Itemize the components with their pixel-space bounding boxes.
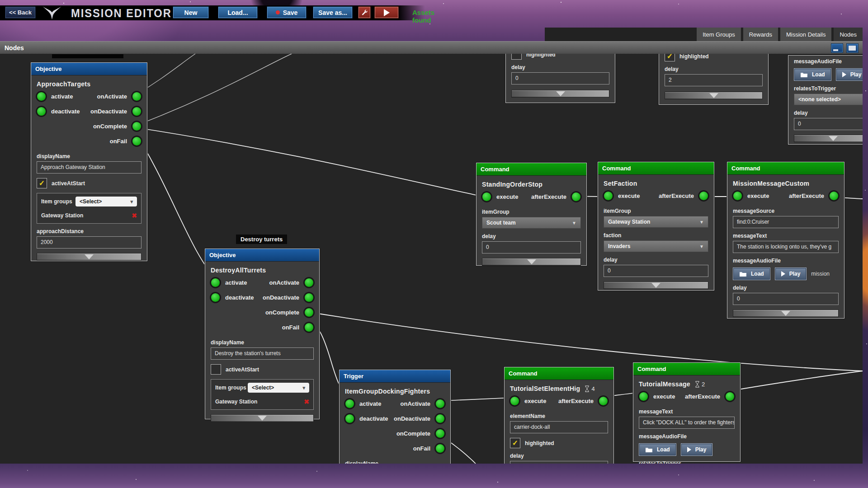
port-execute[interactable] (603, 190, 614, 202)
play-audio-button[interactable]: Play (681, 443, 713, 456)
relates-to-trigger-select[interactable]: <none selected> ▼ (794, 94, 863, 105)
port-on-fail[interactable] (434, 443, 446, 454)
delay-field[interactable]: 4 (510, 461, 608, 464)
tab-nodes[interactable]: Nodes (834, 28, 863, 41)
item-groups-select[interactable]: <Select> ▾ (248, 383, 309, 393)
port-on-complete[interactable] (131, 121, 142, 132)
node-command-set-faction[interactable]: Command SetFaction execute afterExecute … (598, 162, 714, 291)
port-on-deactivate[interactable] (303, 292, 315, 303)
item-group-select[interactable]: Scout team ▼ (482, 217, 581, 229)
save-button[interactable]: Save (267, 6, 307, 19)
collapse-bar[interactable] (37, 253, 142, 261)
save-as-button[interactable]: Save as... (313, 6, 353, 19)
maximize-button[interactable] (846, 43, 859, 53)
tab-rewards[interactable]: Rewards (743, 28, 778, 41)
port-on-activate[interactable] (303, 277, 315, 288)
port-after-execute[interactable] (598, 395, 609, 407)
port-activate[interactable] (210, 277, 221, 288)
active-at-start-checkbox[interactable] (211, 364, 221, 375)
play-audio-button[interactable]: Play (836, 68, 863, 81)
port-on-deactivate[interactable] (131, 106, 142, 117)
node-header[interactable]: Trigger (340, 370, 450, 383)
back-button[interactable]: << Back (5, 6, 36, 19)
collapse-bar[interactable] (733, 310, 839, 317)
port-execute[interactable] (732, 190, 743, 202)
port-after-execute[interactable] (571, 191, 582, 202)
active-at-start-checkbox[interactable]: ✓ (37, 178, 47, 188)
collapse-bar[interactable] (511, 90, 609, 98)
load-button[interactable]: Load... (218, 6, 258, 19)
tab-item-groups[interactable]: Item Groups (697, 28, 741, 41)
nodes-panel-titlebar[interactable]: Nodes (0, 41, 863, 54)
element-name-field[interactable]: carrier-dock-all (510, 421, 608, 433)
port-after-execute[interactable] (698, 190, 709, 202)
node-header[interactable]: Command (505, 367, 613, 380)
delay-field[interactable]: 0 (794, 118, 863, 130)
node-header[interactable]: Command (598, 162, 714, 175)
node-partial-right-edge[interactable]: messageAudioFile Load Play relatesToTrig… (788, 55, 863, 145)
run-mission-button[interactable] (374, 6, 399, 19)
message-text-field[interactable]: Click "DOCK ALL" to order the fighters t (639, 417, 735, 429)
node-comment-label[interactable]: Destroy turrets (236, 235, 287, 244)
port-deactivate[interactable] (344, 413, 355, 424)
node-command-tutorial-set-element[interactable]: Command TutorialSetElementHig 4 execute … (504, 367, 614, 464)
remove-item-button[interactable]: ✖ (304, 398, 309, 405)
highlighted-checkbox[interactable]: ✓ (665, 54, 675, 61)
delay-field[interactable]: 0 (604, 265, 708, 277)
delay-field[interactable]: 0 (482, 241, 581, 253)
collapse-bar[interactable] (482, 258, 581, 266)
port-activate[interactable] (36, 91, 47, 102)
load-audio-button[interactable]: Load (794, 68, 831, 81)
port-on-fail[interactable] (131, 136, 142, 147)
port-deactivate[interactable] (36, 106, 47, 117)
message-text-field[interactable]: The station is locking onto us, they've … (733, 241, 839, 253)
remove-item-button[interactable]: ✖ (132, 212, 137, 219)
collapse-bar[interactable] (211, 414, 314, 422)
play-audio-button[interactable]: Play (775, 267, 807, 280)
node-objective-approach-targets[interactable]: Objective ApproachTargets activate onAct… (31, 62, 147, 261)
collapse-bar[interactable] (794, 135, 863, 142)
node-trigger-docking-fighters[interactable]: Trigger ItemGroupDockingFighters activat… (339, 370, 451, 464)
port-execute[interactable] (509, 395, 520, 407)
port-on-complete[interactable] (303, 307, 315, 318)
node-header[interactable]: Command (727, 162, 844, 175)
highlighted-checkbox[interactable] (511, 54, 522, 60)
load-audio-button[interactable]: Load (639, 443, 676, 456)
node-header[interactable]: Command (476, 163, 586, 176)
node-command-standing-order-stop[interactable]: Command StandIngOrderStop execute afterE… (476, 163, 587, 266)
port-on-activate[interactable] (434, 398, 446, 409)
node-command-tutorial-message[interactable]: Command TutorialMessage 2 execute afterE… (633, 362, 741, 462)
settings-wrench-button[interactable] (358, 6, 371, 19)
port-after-execute[interactable] (828, 190, 840, 202)
display-name-field[interactable]: Approach Gateway Station (37, 161, 142, 174)
minimize-button[interactable] (831, 43, 843, 53)
delay-field[interactable]: 0 (511, 72, 609, 84)
node-header[interactable]: Objective (31, 63, 147, 75)
item-groups-select[interactable]: <Select> ▾ (75, 197, 137, 206)
load-audio-button[interactable]: Load (733, 267, 770, 280)
node-graph-canvas[interactable]: Objective ApproachTargets activate onAct… (0, 54, 863, 464)
highlighted-checkbox[interactable]: ✓ (510, 438, 520, 448)
faction-select[interactable]: Invaders ▼ (604, 240, 708, 252)
node-command-mission-message-custom[interactable]: Command MissionMessageCustom execute aft… (727, 162, 844, 319)
node-objective-destroy-all-turrets[interactable]: Objective DestroyAllTurrets activate onA… (205, 249, 320, 419)
display-name-field[interactable]: Destroy the station's turrets (211, 347, 314, 360)
port-on-complete[interactable] (434, 428, 446, 439)
node-partial-top-right[interactable]: ✓ highlighted delay 2 (659, 54, 769, 105)
port-after-execute[interactable] (724, 391, 736, 402)
node-header[interactable]: Objective (205, 249, 319, 262)
tab-mission-details[interactable]: Mission Details (780, 28, 831, 41)
node-partial-top-left[interactable]: highlighted delay 0 (505, 54, 615, 103)
message-source-field[interactable]: find:0:Cruiser (733, 216, 839, 228)
new-button[interactable]: New (173, 6, 209, 19)
port-on-deactivate[interactable] (434, 413, 446, 424)
approach-distance-field[interactable]: 2000 (37, 236, 142, 249)
port-on-fail[interactable] (303, 322, 315, 333)
collapse-bar[interactable] (665, 92, 763, 99)
port-execute[interactable] (481, 191, 492, 202)
delay-field[interactable]: 2 (665, 74, 763, 86)
collapse-bar[interactable] (604, 282, 708, 289)
item-group-select[interactable]: Gateway Station ▼ (604, 216, 708, 228)
port-deactivate[interactable] (210, 292, 221, 303)
port-on-activate[interactable] (131, 91, 142, 102)
